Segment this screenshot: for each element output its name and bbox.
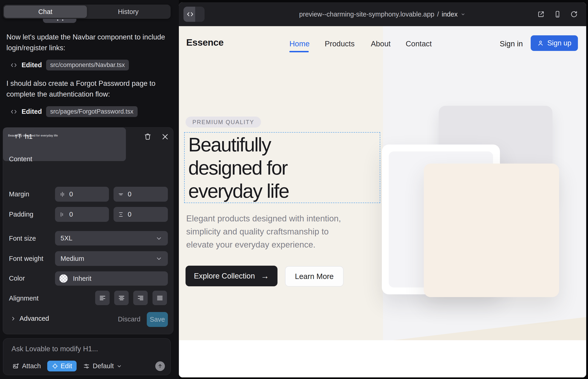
save-button[interactable]: Save (147, 312, 168, 327)
selected-element-pill[interactable]: тT h1 (9, 130, 38, 143)
nav-link-contact[interactable]: Contact (406, 39, 432, 48)
active-nav-underline (289, 51, 309, 52)
align-left-icon (99, 294, 106, 302)
hero-badge: PREMIUM QUALITY (186, 117, 261, 127)
discard-button[interactable]: Discard (117, 315, 142, 323)
padding-horizontal-icon (59, 211, 66, 218)
margin-y-value: 0 (128, 190, 131, 198)
lovable-sidebar: Chat History Now let's update the Navbar… (0, 0, 179, 379)
url-bar[interactable]: preview--charming-site-symphony.lovable.… (179, 2, 586, 26)
chevron-down-icon (460, 12, 466, 17)
tab-history[interactable]: History (87, 5, 170, 18)
chevron-down-icon (117, 363, 122, 369)
edited-label: Edited (22, 108, 42, 115)
font-size-select[interactable]: 5XL (55, 231, 168, 245)
margin-x-input[interactable]: 0 (55, 187, 109, 202)
text-element-icon: тT (15, 133, 22, 140)
code-icon (10, 62, 17, 69)
refresh-icon (570, 10, 578, 18)
margin-label: Margin (9, 190, 29, 198)
element-editor-panel: тT h1 Content Beautifully designed for e… (3, 127, 173, 334)
send-arrow-icon (157, 363, 163, 369)
align-right-button[interactable] (133, 291, 148, 305)
font-size-value: 5XL (61, 235, 73, 242)
close-panel-button[interactable] (161, 133, 169, 141)
attach-label: Attach (22, 362, 41, 370)
font-weight-select[interactable]: Medium (55, 251, 168, 266)
tab-chat[interactable]: Chat (4, 5, 87, 18)
decorative-card-beige (424, 164, 559, 297)
site-logo[interactable]: Essence (186, 37, 224, 48)
site-canvas: Essence Home Products About Contact Sign… (179, 26, 586, 377)
chevron-down-icon (155, 235, 162, 242)
align-justify-button[interactable] (153, 291, 167, 305)
margin-x-value: 0 (69, 190, 73, 198)
sign-up-label: Sign up (547, 39, 571, 47)
sign-in-link[interactable]: Sign in (500, 39, 523, 48)
attach-button[interactable]: Attach (11, 362, 42, 370)
content-label: Content (9, 155, 32, 163)
sign-up-button[interactable]: Sign up (531, 35, 578, 51)
refresh-button[interactable] (570, 10, 578, 18)
mode-select[interactable]: Default (82, 362, 123, 370)
edit-mode-button[interactable]: Edit (47, 361, 77, 371)
assistant-message: I should also create a Forgot Password p… (6, 78, 169, 100)
close-icon (161, 133, 169, 141)
delete-element-button[interactable] (144, 133, 152, 141)
edited-file-row: Edited src/pages/ForgotPassword.tsx (10, 106, 138, 117)
explore-collection-button[interactable]: Explore Collection → (186, 266, 278, 286)
alignment-label: Alignment (9, 295, 39, 302)
transparency-swatch (59, 274, 68, 283)
font-weight-value: Medium (61, 255, 84, 262)
advanced-label: Advanced (19, 315, 49, 322)
edit-label: Edit (61, 362, 72, 370)
align-center-button[interactable] (114, 291, 129, 305)
mode-label: Default (93, 362, 114, 370)
url-separator: / (437, 11, 439, 18)
advanced-toggle[interactable]: Advanced (9, 315, 50, 323)
smartphone-icon (554, 10, 561, 18)
hero-heading: Beautifully designed for everyday life (188, 133, 289, 203)
user-icon (537, 40, 544, 47)
color-value: Inherit (73, 275, 92, 283)
send-button[interactable] (155, 361, 165, 371)
chevron-down-icon (155, 255, 162, 262)
margin-y-input[interactable]: 0 (113, 187, 168, 202)
align-left-button[interactable] (95, 291, 110, 305)
font-size-label: Font size (9, 235, 36, 242)
nav-link-products[interactable]: Products (325, 39, 355, 48)
padding-label: Padding (9, 211, 33, 218)
attach-image-icon (12, 363, 19, 370)
url-page: index (442, 11, 458, 18)
padding-vertical-icon (118, 211, 124, 218)
chat-history-tabbar: Chat History (3, 5, 171, 19)
edited-file-row: Edited src/components/Navbar.tsx (10, 60, 129, 70)
composer-input[interactable] (11, 345, 159, 353)
trash-icon (144, 133, 152, 141)
edited-file-chip[interactable]: src/pages/ForgotPassword.tsx (46, 106, 138, 117)
padding-y-input[interactable]: 0 (113, 207, 168, 222)
learn-more-button[interactable]: Learn More (285, 266, 343, 286)
align-justify-icon (156, 294, 164, 302)
edited-label: Edited (22, 61, 42, 69)
selected-h1-outline[interactable]: Beautifully designed for everyday life (184, 132, 380, 203)
margin-vertical-icon (118, 191, 124, 198)
color-picker-field[interactable]: Inherit (55, 271, 168, 286)
arrow-right-icon: → (261, 272, 269, 280)
code-icon (10, 108, 17, 115)
preview-toolbar: preview--charming-site-symphony.lovable.… (179, 2, 586, 26)
hero-paragraph: Elegant products designed with intention… (186, 212, 341, 251)
margin-horizontal-icon (59, 191, 66, 198)
nav-link-about[interactable]: About (371, 39, 390, 48)
element-tag: h1 (25, 133, 32, 141)
edited-file-chip[interactable]: src/components/Navbar.tsx (46, 60, 129, 70)
open-in-new-tab-button[interactable] (537, 10, 545, 18)
font-weight-label: Font weight (9, 255, 43, 262)
padding-x-input[interactable]: 0 (55, 207, 109, 222)
url-host: preview--charming-site-symphony.lovable.… (299, 11, 434, 18)
align-center-icon (118, 294, 125, 302)
padding-x-value: 0 (69, 211, 73, 218)
nav-link-home[interactable]: Home (289, 39, 309, 48)
mobile-preview-button[interactable] (554, 10, 561, 18)
padding-y-value: 0 (128, 211, 131, 218)
